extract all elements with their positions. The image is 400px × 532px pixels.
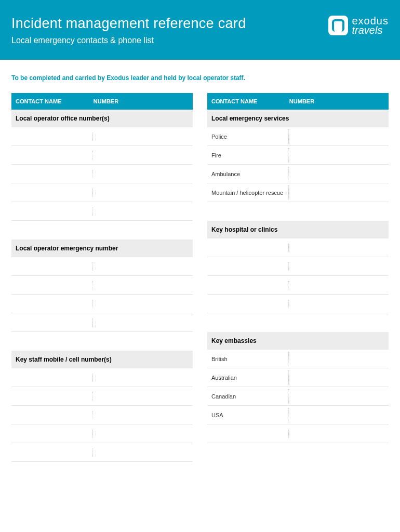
contact-number-cell[interactable] — [289, 281, 389, 289]
table-row — [11, 387, 193, 406]
table-row: Canadian — [207, 387, 389, 406]
table-row — [207, 424, 389, 443]
contact-number-cell[interactable] — [93, 318, 193, 327]
contact-name-cell[interactable] — [11, 411, 93, 419]
contact-number-cell[interactable] — [289, 392, 389, 401]
content-area: To be completed and carried by Exodus le… — [0, 60, 400, 476]
col-header-number: NUMBER — [94, 98, 189, 104]
header-text-block: Incident management reference card Local… — [11, 16, 246, 45]
contact-number-cell[interactable] — [93, 170, 193, 178]
section-gap — [11, 332, 193, 351]
table-row — [11, 127, 193, 146]
contact-name-cell[interactable]: British — [207, 352, 289, 366]
contact-number-cell[interactable] — [289, 244, 389, 252]
contact-number-cell[interactable] — [289, 151, 389, 159]
section-title: Key hospital or clinics — [207, 221, 389, 238]
contact-number-cell[interactable] — [93, 300, 193, 308]
right-sections: Local emergency servicesPoliceFireAmbula… — [207, 110, 389, 443]
table-row — [11, 313, 193, 332]
contact-name-cell[interactable] — [207, 262, 289, 271]
page-subtitle: Local emergency contacts & phone list — [11, 36, 246, 45]
contact-number-cell[interactable] — [289, 170, 389, 178]
contact-number-cell[interactable] — [93, 132, 193, 141]
contact-name-cell[interactable] — [11, 318, 93, 327]
table-row — [11, 146, 193, 165]
contact-name-cell[interactable] — [11, 374, 93, 382]
contact-number-cell[interactable] — [93, 207, 193, 216]
right-column: CONTACT NAME NUMBER Local emergency serv… — [207, 93, 389, 462]
contact-name-cell[interactable] — [11, 132, 93, 141]
contact-number-cell[interactable] — [289, 189, 389, 197]
exodus-logo: exodus travels — [328, 16, 389, 35]
contact-number-cell[interactable] — [93, 374, 193, 382]
left-sections: Local operator office number(s)Local ope… — [11, 110, 193, 462]
table-row — [207, 276, 389, 295]
col-header-name: CONTACT NAME — [16, 98, 94, 104]
contact-number-cell[interactable] — [93, 281, 193, 289]
contact-number-cell[interactable] — [93, 262, 193, 271]
contact-name-cell[interactable] — [11, 170, 93, 178]
contact-name-cell[interactable] — [207, 244, 289, 252]
left-column: CONTACT NAME NUMBER Local operator offic… — [11, 93, 193, 462]
section-title: Local emergency services — [207, 110, 389, 127]
contact-name-cell[interactable] — [11, 207, 93, 216]
contact-name-cell[interactable]: Mountain / helicopter rescue — [207, 185, 289, 200]
logo-text-line2: travels — [352, 25, 389, 35]
contact-name-cell[interactable]: Fire — [207, 148, 289, 163]
section-title: Key embassies — [207, 332, 389, 350]
contact-name-cell[interactable]: Ambulance — [207, 167, 289, 181]
table-row — [11, 202, 193, 221]
table-row: British — [207, 350, 389, 368]
contact-name-cell[interactable] — [207, 430, 289, 438]
logo-text: exodus travels — [352, 16, 389, 35]
table-row — [11, 368, 193, 387]
contact-name-cell[interactable]: USA — [207, 408, 289, 422]
contact-number-cell[interactable] — [289, 262, 389, 271]
contact-number-cell[interactable] — [289, 132, 389, 141]
table-row — [11, 276, 193, 295]
table-row: Mountain / helicopter rescue — [207, 183, 389, 202]
table-row — [207, 238, 389, 257]
contact-number-cell[interactable] — [289, 300, 389, 308]
contact-number-cell[interactable] — [289, 355, 389, 363]
section-title: Key staff mobile / cell number(s) — [11, 351, 193, 368]
contact-name-cell[interactable] — [11, 430, 93, 438]
section-gap — [11, 221, 193, 240]
contact-name-cell[interactable] — [207, 300, 289, 308]
contact-name-cell[interactable] — [11, 392, 93, 401]
contact-name-cell[interactable]: Australian — [207, 370, 289, 385]
section-gap — [207, 202, 389, 221]
contact-number-cell[interactable] — [93, 430, 193, 438]
contact-number-cell[interactable] — [93, 151, 193, 159]
contact-number-cell[interactable] — [289, 374, 389, 382]
table-row — [11, 443, 193, 462]
contact-number-cell[interactable] — [289, 411, 389, 419]
table-row — [207, 257, 389, 276]
contact-name-cell[interactable]: Canadian — [207, 389, 289, 404]
contact-name-cell[interactable] — [11, 151, 93, 159]
page-title: Incident management reference card — [11, 16, 246, 32]
contact-name-cell[interactable] — [11, 300, 93, 308]
contact-name-cell[interactable] — [207, 281, 289, 289]
contact-name-cell[interactable] — [11, 281, 93, 289]
table-row: Fire — [207, 146, 389, 165]
table-row: Australian — [207, 368, 389, 387]
col-header-number: NUMBER — [289, 98, 384, 104]
contact-name-cell[interactable]: Police — [207, 129, 289, 144]
table-row: USA — [207, 406, 389, 424]
contact-number-cell[interactable] — [93, 411, 193, 419]
contact-number-cell[interactable] — [93, 189, 193, 197]
col-header-name: CONTACT NAME — [211, 98, 289, 104]
section-title: Local operator office number(s) — [11, 110, 193, 127]
section-title: Local operator emergency number — [11, 240, 193, 257]
contact-number-cell[interactable] — [289, 430, 389, 438]
contact-name-cell[interactable] — [11, 448, 93, 457]
left-table-header: CONTACT NAME NUMBER — [11, 93, 193, 110]
contact-number-cell[interactable] — [93, 448, 193, 457]
table-row — [207, 295, 389, 313]
contact-name-cell[interactable] — [11, 189, 93, 197]
instruction-text: To be completed and carried by Exodus le… — [11, 74, 389, 82]
table-row — [11, 165, 193, 183]
contact-name-cell[interactable] — [11, 262, 93, 271]
contact-number-cell[interactable] — [93, 392, 193, 401]
